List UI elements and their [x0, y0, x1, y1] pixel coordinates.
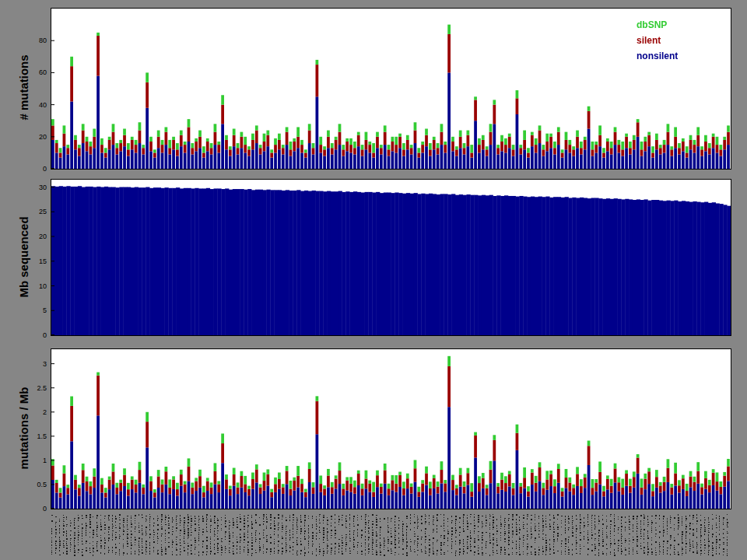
legend-item-dbsnp: dbSNP [637, 17, 678, 33]
panel-rate-plot [51, 348, 731, 509]
legend-item-silent: silent [637, 33, 678, 48]
mb-bar-canvas [51, 180, 731, 335]
panel-mb-plot [51, 179, 731, 336]
legend: dbSNP silent nonsilent [637, 17, 678, 64]
legend-item-nonsilent: nonsilent [637, 48, 678, 64]
ylabel-num-mutations: # mutations [17, 10, 30, 166]
mutations-bar-canvas [51, 9, 731, 169]
sample-labels-strip [51, 513, 730, 557]
panel-mutations-plot [51, 8, 731, 170]
rate-bar-canvas [51, 349, 731, 509]
